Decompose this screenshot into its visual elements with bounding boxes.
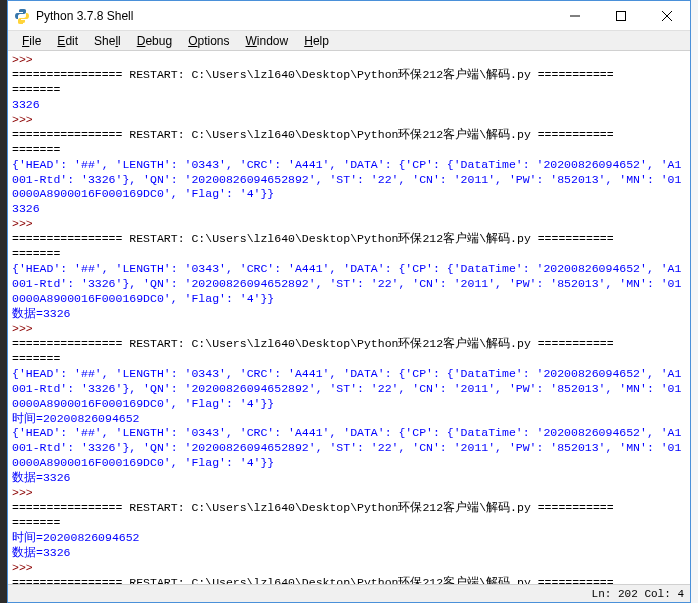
statusbar: Ln: 202 Col: 4 [8,584,690,602]
close-button[interactable] [644,1,690,30]
output-dict: {'HEAD': '##', 'LENGTH': '0343', 'CRC': … [12,262,681,305]
shell-content[interactable]: >>> ================ RESTART: C:\Users\l… [8,51,690,584]
prompt: >>> [12,322,33,335]
restart-line: ================ RESTART: C:\Users\lzl64… [12,232,614,245]
divider: ======= [12,83,60,96]
menu-shell[interactable]: Shell [86,34,129,48]
output-data: 数据=3326 [12,471,71,484]
python-icon [14,8,30,24]
output-dict: {'HEAD': '##', 'LENGTH': '0343', 'CRC': … [12,426,681,469]
background-right-strip [691,0,698,603]
output-data: 数据=3326 [12,307,71,320]
menu-file[interactable]: File [14,34,49,48]
restart-line: ================ RESTART: C:\Users\lzl64… [12,576,614,584]
menu-debug[interactable]: Debug [129,34,180,48]
menu-options[interactable]: Options [180,34,237,48]
maximize-button[interactable] [598,1,644,30]
cursor-position: Ln: 202 Col: 4 [592,588,684,600]
window-controls [552,1,690,30]
prompt: >>> [12,561,33,574]
divider: ======= [12,516,60,529]
divider: ======= [12,143,60,156]
prompt: >>> [12,486,33,499]
menu-help[interactable]: Help [296,34,337,48]
restart-line: ================ RESTART: C:\Users\lzl64… [12,68,614,81]
output-dict: {'HEAD': '##', 'LENGTH': '0343', 'CRC': … [12,158,681,201]
restart-line: ================ RESTART: C:\Users\lzl64… [12,128,614,141]
output-data: 数据=3326 [12,546,71,559]
titlebar: Python 3.7.8 Shell [8,1,690,31]
restart-line: ================ RESTART: C:\Users\lzl64… [12,501,614,514]
minimize-button[interactable] [552,1,598,30]
background-left-strip [0,0,7,603]
output-number: 3326 [12,202,40,215]
output-number: 3326 [12,98,40,111]
svg-rect-1 [617,11,626,20]
menubar: File Edit Shell Debug Options Window Hel… [8,31,690,51]
menu-window[interactable]: Window [238,34,297,48]
restart-line: ================ RESTART: C:\Users\lzl64… [12,337,614,350]
window-title: Python 3.7.8 Shell [36,9,552,23]
output-time: 时间=20200826094652 [12,412,140,425]
divider: ======= [12,247,60,260]
divider: ======= [12,352,60,365]
prompt: >>> [12,217,33,230]
menu-edit[interactable]: Edit [49,34,86,48]
output-dict: {'HEAD': '##', 'LENGTH': '0343', 'CRC': … [12,367,681,410]
prompt: >>> [12,53,33,66]
prompt: >>> [12,113,33,126]
output-time: 时间=20200826094652 [12,531,140,544]
idle-window: Python 3.7.8 Shell File Edit Shell Debug… [7,0,691,603]
